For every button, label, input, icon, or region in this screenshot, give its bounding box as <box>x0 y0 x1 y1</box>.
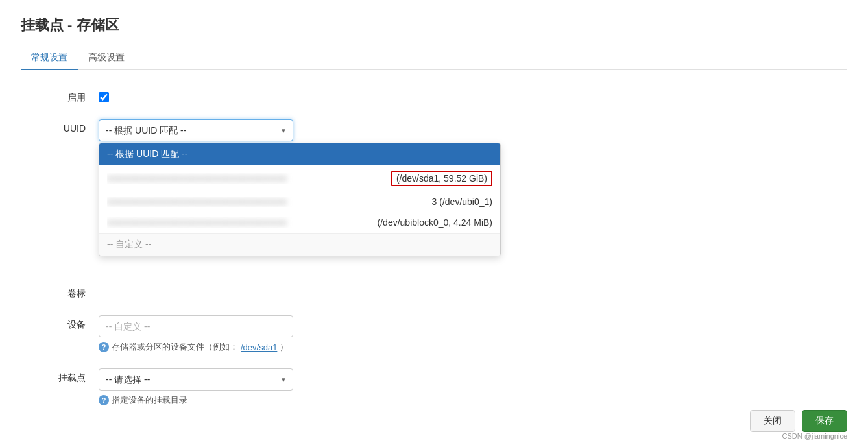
uuid-label: UUID <box>21 119 99 134</box>
device-row: 设备 ? 存储器或分区的设备文件（例如： /dev/sda1 ） <box>21 315 605 353</box>
watermark: CSDN @jiamingnice <box>782 432 847 440</box>
mount-select-wrapper: -- 请选择 -- <box>99 368 293 391</box>
enable-label: 启用 <box>21 88 99 104</box>
device-help-text: 存储器或分区的设备文件（例如： <box>112 341 238 353</box>
volume-label: 卷标 <box>21 284 99 300</box>
mount-help: ? 指定设备的挂载目录 <box>99 394 605 406</box>
device-help-end: ） <box>280 341 288 353</box>
ubi0-left: XXXXXXXXXXXXXXXXXXXXXXXXXXXXXXXX <box>107 197 302 207</box>
enable-control <box>99 88 605 102</box>
device-help-link[interactable]: /dev/sda1 <box>241 343 277 352</box>
tab-general[interactable]: 常规设置 <box>21 47 78 70</box>
ubi0-blurred: XXXXXXXXXXXXXXXXXXXXXXXXXXXXXXXX <box>107 197 287 207</box>
device-help: ? 存储器或分区的设备文件（例如： /dev/sda1 ） <box>99 341 605 353</box>
page-title: 挂载点 - 存储区 <box>21 16 847 35</box>
page-container: 挂载点 - 存储区 常规设置 高级设置 启用 UUID -- 根据 UUID 匹… <box>0 0 868 437</box>
dropdown-item-sda1[interactable]: XXXXXXXXXXXXXXXXXXXXXXXXXXXXXXXX (/dev/s… <box>99 165 500 191</box>
mount-label: 挂载点 <box>21 368 99 384</box>
ubiblock-blurred: XXXXXXXXXXXXXXXXXXXXXXXXXXXXXXXX <box>107 218 287 228</box>
sda1-blurred: XXXXXXXXXXXXXXXXXXXXXXXXXXXXXXXX <box>107 174 287 184</box>
enable-row: 启用 <box>21 88 605 104</box>
device-input[interactable] <box>99 315 293 337</box>
volume-row: 卷标 <box>21 284 605 300</box>
dropdown-item-ubiblock[interactable]: XXXXXXXXXXXXXXXXXXXXXXXXXXXXXXXX (/dev/u… <box>99 212 500 233</box>
mount-row: 挂载点 -- 请选择 -- ? 指定设备的挂载目录 <box>21 368 605 406</box>
ubiblock-left: XXXXXXXXXXXXXXXXXXXXXXXXXXXXXXXX <box>107 217 302 228</box>
mount-help-text: 指定设备的挂载目录 <box>112 394 187 406</box>
enable-checkbox-wrapper <box>99 88 605 102</box>
ubi0-right: 3 (/dev/ubi0_1) <box>432 197 492 207</box>
ubiblock-right: (/dev/ubiblock0_0, 4.24 MiB) <box>378 217 492 228</box>
save-button[interactable]: 保存 <box>802 410 847 432</box>
sda1-right: (/dev/sda1, 59.52 GiB) <box>391 171 492 186</box>
footer-buttons: 关闭 保存 <box>750 410 847 432</box>
tab-advanced[interactable]: 高级设置 <box>78 47 135 70</box>
dropdown-item-ubi0[interactable]: XXXXXXXXXXXXXXXXXXXXXXXXXXXXXXXX 3 (/dev… <box>99 191 500 212</box>
mount-control: -- 请选择 -- ? 指定设备的挂载目录 <box>99 368 605 406</box>
mount-help-icon: ? <box>99 395 109 405</box>
tabs-bar: 常规设置 高级设置 <box>21 47 847 70</box>
dropdown-item-custom[interactable]: -- 自定义 -- <box>99 233 500 256</box>
mount-select[interactable]: -- 请选择 -- <box>99 368 293 391</box>
enable-checkbox[interactable] <box>99 92 109 102</box>
uuid-select[interactable]: -- 根据 UUID 匹配 -- <box>99 119 293 141</box>
uuid-select-wrapper: -- 根据 UUID 匹配 -- <box>99 119 293 141</box>
uuid-row: UUID -- 根据 UUID 匹配 -- -- 根据 UUID 匹配 -- <box>21 119 605 141</box>
sda1-left: XXXXXXXXXXXXXXXXXXXXXXXXXXXXXXXX <box>107 173 302 184</box>
dropdown-item-uuid-match[interactable]: -- 根据 UUID 匹配 -- <box>99 143 500 165</box>
device-control: ? 存储器或分区的设备文件（例如： /dev/sda1 ） <box>99 315 605 353</box>
device-label: 设备 <box>21 315 99 331</box>
dropdown-item-label: -- 根据 UUID 匹配 -- <box>107 149 187 160</box>
device-help-icon: ? <box>99 342 109 352</box>
close-button[interactable]: 关闭 <box>750 410 795 432</box>
form-section: 启用 UUID -- 根据 UUID 匹配 -- <box>21 88 605 406</box>
uuid-control: -- 根据 UUID 匹配 -- -- 根据 UUID 匹配 -- XXXXXX… <box>99 119 605 141</box>
uuid-dropdown: -- 根据 UUID 匹配 -- XXXXXXXXXXXXXXXXXXXXXXX… <box>99 143 501 256</box>
